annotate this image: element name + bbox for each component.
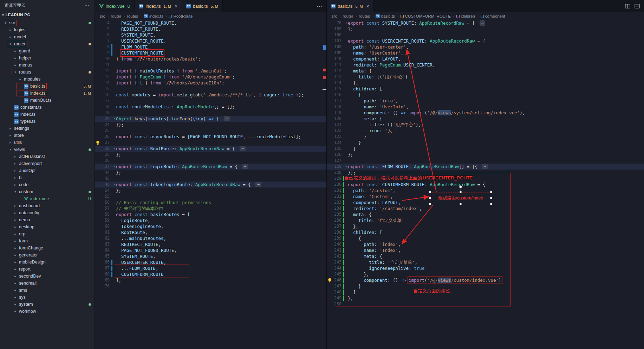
tree-item-modules[interactable]: ▸modules (0, 76, 95, 83)
code-line-36[interactable]: 36 (95, 158, 326, 164)
code-line-63[interactable]: 63 REDIRECT_ROUTE, (95, 241, 326, 247)
code-line-54[interactable]: 54}; (95, 188, 326, 193)
code-line-123[interactable]: 123 } (327, 134, 644, 140)
code-line-115[interactable]: 115 children: [ (327, 86, 644, 92)
explorer-more-icon[interactable]: ⋯ (84, 2, 90, 8)
code-line-239[interactable]: 239 { (327, 235, 644, 241)
code-line-246[interactable]: 246 component: () => import('/@/views/cu… (327, 277, 644, 283)
tree-item-generator[interactable]: ▸generator (0, 252, 95, 259)
code-line-14[interactable]: 14import { t } from '/@/hooks/web/useI18… (95, 80, 326, 86)
code-line-107[interactable]: 107export const USERCENTER_ROUTE: AppRou… (327, 38, 644, 44)
code-line-242[interactable]: 242 meta: { (327, 253, 644, 259)
code-line-116[interactable]: 116 { (327, 92, 644, 98)
tree-item-router[interactable]: ▾router (0, 40, 95, 47)
close-icon[interactable]: × (175, 4, 177, 9)
breadcrumb-item-component[interactable]: component (481, 14, 505, 18)
tree-item-demo[interactable]: ▸demo (0, 216, 95, 223)
code-line-45[interactable]: 45 (95, 176, 326, 182)
code-line-12[interactable]: 12import { mainOutRoutes } from './mainO… (95, 68, 326, 74)
more-actions-icon[interactable]: ⋯ (317, 3, 322, 9)
code-line-106[interactable]: 106 (327, 32, 644, 38)
code-line-44[interactable]: 44}; (95, 170, 326, 176)
tree-item-sys[interactable]: ▸sys (0, 294, 95, 301)
code-line-8[interactable]: 8 FLOW_ROUTE, (95, 44, 326, 50)
tree-item-utils[interactable]: ▸utils (0, 139, 95, 146)
tree-item-seconddev[interactable]: ▸secondDev (0, 273, 95, 280)
code-line-66[interactable]: 66 USERCENTER_ROUTE, (95, 259, 326, 265)
code-line-10[interactable]: 10} from '/@/router/routes/basic'; (95, 56, 326, 62)
code-line-76[interactable]: 76›export const SYSTEM_ROUTE: AppRouteRe… (327, 20, 644, 26)
code-line-117[interactable]: 117 path: 'info', (327, 98, 644, 104)
code-line-55[interactable]: 55 (95, 193, 326, 199)
tree-item-logics[interactable]: ▸logics (0, 26, 95, 33)
code-line-114[interactable]: 114 }, (327, 80, 644, 86)
close-icon[interactable]: × (366, 4, 369, 9)
code-line-236[interactable]: 236 title: '自定义菜单' (327, 217, 644, 223)
code-line-105[interactable]: 105}; (327, 26, 644, 32)
code-line-5[interactable]: 5 REDIRECT_ROUTE, (95, 26, 326, 32)
code-line-238[interactable]: 238 children: [ (327, 229, 644, 235)
code-line-35[interactable]: 35}; (95, 152, 326, 158)
code-line-230[interactable]: 230export const CUSTOMFORM_ROUTE: AppRou… (327, 182, 644, 188)
tree-item-activereport[interactable]: ▸activereport (0, 160, 95, 167)
folded-code-badge[interactable]: ⋯ (242, 164, 248, 169)
breadcrumb-item-routes[interactable]: routes (359, 14, 370, 18)
folded-code-badge[interactable]: ⋯ (482, 164, 488, 169)
folded-code-badge[interactable]: ⋯ (240, 146, 246, 151)
code-line-235[interactable]: 235 meta: { (327, 211, 644, 217)
code-line-69[interactable]: 69]; (95, 277, 326, 283)
breadcrumb-item-src[interactable]: src (100, 14, 105, 18)
code-line-247[interactable]: 247 } (327, 283, 644, 289)
code-line-112[interactable]: 112 meta: { (327, 68, 644, 74)
tree-item-sendmail[interactable]: ▸sendmail (0, 280, 95, 287)
code-line-70[interactable]: 70 (95, 283, 326, 289)
code-line-119[interactable]: 119 component: () => import('/@/views/sy… (327, 110, 644, 116)
code-line-62[interactable]: 62 ...mainOutRoutes, (95, 235, 326, 241)
folded-code-badge[interactable]: ⋯ (480, 20, 486, 26)
code-line-122[interactable]: 122 icon: '人 ' (327, 128, 644, 134)
breadcrumb-item-index.ts[interactable]: TSindex.ts (144, 14, 163, 18)
code-line-229[interactable]: 229 (327, 176, 644, 182)
code-line-18[interactable]: 18const routeModuleList: AppRouteModule[… (95, 104, 326, 110)
code-line-125[interactable]: 125 ] (327, 146, 644, 152)
code-line-113[interactable]: 113 title: t('用户中心') (327, 74, 644, 80)
code-line-128[interactable]: 128›export const FLOW_ROUTE: AppRouteRec… (327, 164, 644, 170)
tree-item-model[interactable]: ▸model (0, 33, 95, 40)
tree-item-form[interactable]: ▸form (0, 237, 95, 245)
code-line-121[interactable]: 121 title: t('用户中心'), (327, 122, 644, 128)
code-line-28[interactable]: 28›export const RootRoute: AppRouteRecor… (95, 146, 326, 152)
fold-chevron-icon[interactable]: › (345, 164, 347, 170)
code-line-59[interactable]: 59 LoginRoute, (95, 217, 326, 223)
breadcrumb-item-routes[interactable]: routes (127, 14, 138, 18)
tree-item-src[interactable]: ▾src (0, 19, 95, 26)
tab-basic.ts[interactable]: TSbasic.ts5, M (182, 0, 223, 12)
code-line-250[interactable]: 250 (327, 301, 644, 307)
tree-item-index.ts[interactable]: TSindex.ts (0, 111, 95, 118)
code-line-109[interactable]: 109 name: 'UserCenter', (327, 50, 644, 56)
code-line-20[interactable]: 20›Object.keys(modules).forEach((key) =>… (95, 116, 326, 122)
code-line-7[interactable]: 7 USERCENTER_ROUTE, (95, 38, 326, 44)
fold-chevron-icon[interactable]: › (113, 116, 116, 122)
code-line-4[interactable]: 4 PAGE_NOT_FOUND_ROUTE, (95, 20, 326, 26)
code-line-127[interactable]: 127 (327, 158, 644, 164)
breadcrumb-item-src[interactable]: src (332, 14, 337, 18)
code-line-248[interactable]: 248 ] (327, 289, 644, 295)
code-line-37[interactable]: 37›export const LoginRoute: AppRouteReco… (95, 164, 326, 170)
code-line-60[interactable]: 60 TokenLoginRoute, (95, 223, 326, 229)
code-line-61[interactable]: 61 RootRoute, (95, 229, 326, 235)
code-line-58[interactable]: 58export const basicRoutes = [ (95, 211, 326, 217)
code-line-240[interactable]: 240 path: 'index', (327, 241, 644, 247)
code-line-64[interactable]: 64 PAGE_NOT_FOUND_ROUTE, (95, 247, 326, 253)
fold-chevron-icon[interactable]: › (113, 146, 116, 152)
tree-item-basic.ts[interactable]: TSbasic.ts5, M (0, 83, 95, 90)
tree-item-custom[interactable]: ▾custom (0, 188, 95, 195)
tree-item-constant.ts[interactable]: TSconstant.ts (0, 104, 95, 111)
tree-item-system[interactable]: ▸system (0, 301, 95, 308)
tree-item-menus[interactable]: ▸menus (0, 62, 95, 69)
code-line-120[interactable]: 120 meta: { (327, 116, 644, 122)
code-line-241[interactable]: 241 name: 'Index', (327, 247, 644, 253)
breadcrumb-item-customform-route[interactable]: CUSTOMFORM_ROUTE (401, 14, 451, 18)
tree-item-guard[interactable]: ▸guard (0, 47, 95, 55)
tree-item-helper[interactable]: ▸helper (0, 55, 95, 62)
tree-item-index.vue[interactable]: index.vueU (0, 195, 95, 202)
